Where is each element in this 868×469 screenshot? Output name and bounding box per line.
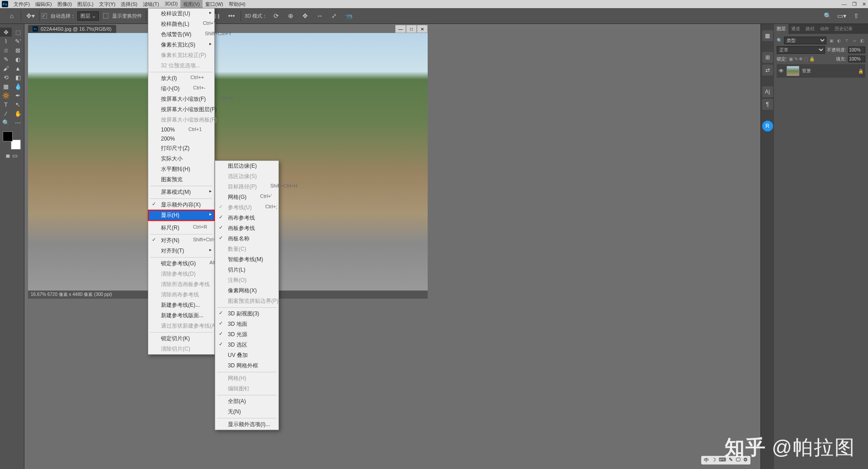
menu-item[interactable]: 画板参考线 (215, 223, 278, 234)
panel-tab-4[interactable]: 历史记录 (832, 24, 855, 34)
menu-item[interactable]: 放大(I)Ctrl++ (148, 73, 214, 84)
history-brush-tool[interactable]: ⟲ (0, 73, 12, 82)
ime-icon[interactable]: 中 (704, 457, 709, 464)
menu-item[interactable]: 打印尺寸(Z) (148, 143, 214, 154)
filter-pixel-icon[interactable]: ▣ (828, 38, 835, 44)
move-tool-icon[interactable]: ✥▾ (24, 9, 37, 22)
filter-shape-icon[interactable]: ▱ (851, 38, 858, 44)
eyedropper-tool[interactable]: ✎ (0, 55, 12, 64)
filter-smart-icon[interactable]: ◧ (859, 38, 865, 44)
menu-item[interactable]: 像素网格(X) (215, 286, 278, 296)
menu-item[interactable]: 无(N) (215, 407, 278, 417)
dodge-tool[interactable]: 🔆 (0, 91, 12, 100)
blend-mode-select[interactable]: 正常 (777, 46, 825, 54)
menu-item[interactable]: 3D 副视图(3) (215, 309, 278, 319)
layer-item[interactable]: 👁 背景 🔒 (777, 64, 865, 78)
menu-文件[interactable]: 文件(F) (11, 0, 33, 9)
properties-icon[interactable]: ⇄ (762, 65, 773, 75)
menu-item[interactable]: 3D 光源 (215, 329, 278, 340)
menu-item[interactable]: 图案预览 (148, 174, 214, 185)
menu-item[interactable]: 水平翻转(H) (148, 164, 214, 174)
menu-item[interactable]: 新建参考线版面... (148, 310, 214, 321)
doc-minimize-button[interactable]: — (395, 25, 406, 33)
menu-编辑[interactable]: 编辑(E) (33, 0, 55, 9)
edit-toolbar[interactable]: ⋯ (12, 118, 24, 127)
shape-tool[interactable]: ∕ (0, 109, 12, 118)
menu-item[interactable]: 像素长宽比(S) (148, 40, 214, 50)
close-button[interactable]: ✕ (862, 1, 866, 7)
menu-item[interactable]: 校样设置(U) (148, 9, 214, 19)
plugin-icon[interactable]: R (762, 121, 773, 131)
menu-item[interactable]: 3D 地面 (215, 319, 278, 329)
show-transform-checkbox[interactable] (103, 13, 108, 19)
more-icon[interactable]: ••• (225, 9, 238, 22)
menu-item[interactable]: 画布参考线 (215, 213, 278, 223)
adjustments-icon[interactable]: ⊞ (762, 52, 773, 63)
home-button[interactable]: ⌂ (5, 9, 18, 22)
menu-文字[interactable]: 文字(Y) (96, 0, 118, 9)
panel-tab-2[interactable]: 路径 (803, 24, 817, 34)
maximize-button[interactable]: ❐ (852, 1, 857, 7)
pen-tool[interactable]: ✒ (12, 91, 24, 100)
menu-图像[interactable]: 图像(I) (55, 0, 75, 9)
share-icon[interactable]: ⇧ (850, 9, 863, 22)
auto-select-target[interactable]: 图层 ⌄ (77, 11, 99, 21)
menu-item[interactable]: 对齐到(T) (148, 246, 214, 256)
3d-roll-icon[interactable]: ⊕ (284, 9, 297, 22)
quick-select-tool[interactable]: ✎' (12, 37, 24, 46)
3d-slide-icon[interactable]: ↔ (313, 9, 326, 22)
menu-item[interactable]: 显示(H) (148, 210, 214, 220)
color-swatches[interactable] (3, 131, 21, 150)
eraser-tool[interactable]: ◧ (12, 73, 24, 82)
auto-select-checkbox[interactable] (42, 13, 47, 19)
filter-adjust-icon[interactable]: ◐ (836, 38, 842, 44)
menu-item[interactable]: 切片(L) (215, 265, 278, 275)
3d-scale-icon[interactable]: ⤢ (328, 9, 340, 22)
opacity-input[interactable] (848, 47, 865, 53)
lock-icons[interactable]: ▣ ✎ ✥ ⬚ 🔒 (789, 56, 834, 61)
lasso-tool[interactable]: ⌇ (0, 37, 12, 46)
layer-filter-select[interactable]: 类型 (784, 37, 826, 44)
menu-item[interactable]: 显示额外选项(I)... (215, 419, 278, 430)
heal-tool[interactable]: ◐ (12, 55, 24, 64)
panel-tab-1[interactable]: 通道 (788, 24, 803, 34)
blur-tool[interactable]: 💧 (12, 82, 24, 91)
menu-item[interactable]: 标尺(R)Ctrl+R (148, 223, 214, 233)
menu-item[interactable]: 3D 选区 (215, 340, 278, 350)
menu-item[interactable]: 显示额外内容(X)Ctrl+H (148, 200, 214, 210)
panel-tab-0[interactable]: 图层 (774, 24, 788, 34)
menu-item[interactable]: 按屏幕大小缩放图层(F) (148, 104, 214, 115)
menu-选择[interactable]: 选择(S) (118, 0, 140, 9)
paragraph-icon[interactable]: ¶ (762, 99, 773, 110)
brush-tool[interactable]: 🖌 (0, 64, 12, 73)
lock-icon[interactable]: 🔒 (858, 69, 863, 74)
workspace-icon[interactable]: ▭▾ (835, 9, 848, 22)
menu-滤镜[interactable]: 滤镜(T) (140, 0, 162, 9)
quick-mask-icon[interactable]: ◙ (6, 152, 10, 159)
menu-item[interactable]: 全部(A) (215, 396, 278, 407)
menu-item[interactable]: 画板名称 (215, 234, 278, 244)
type-tool[interactable]: T (0, 100, 12, 109)
3d-orbit-icon[interactable]: ⟳ (270, 9, 283, 22)
menu-item[interactable]: 智能参考线(M) (215, 254, 278, 265)
menu-item[interactable]: 图层边缘(E) (215, 161, 278, 171)
gradient-tool[interactable]: ▦ (0, 82, 12, 91)
screen-mode-icon[interactable]: ▭ (12, 152, 18, 159)
menu-item[interactable]: 锁定参考线(G)Alt+Ctrl+; (148, 258, 214, 269)
menu-item[interactable]: 实际大小 (148, 154, 214, 164)
panel-tab-3[interactable]: 动作 (817, 24, 832, 34)
3d-camera-icon[interactable]: 📹 (342, 9, 355, 22)
path-tool[interactable]: ↖ (12, 100, 24, 109)
ime-icon[interactable]: ☽ (712, 457, 716, 464)
foreground-color[interactable] (3, 131, 13, 141)
menu-item[interactable]: 3D 网格外框 (215, 361, 278, 371)
menu-3d[interactable]: 3D(D) (162, 0, 180, 9)
menu-item[interactable]: UV 叠加 (215, 350, 278, 361)
menu-视图[interactable]: 视图(V) (180, 0, 203, 9)
menu-item[interactable]: 对齐(N)Shift+Ctrl+; (148, 235, 214, 246)
menu-item[interactable]: 按屏幕大小缩放(F)Ctrl+0 (148, 94, 214, 104)
menu-窗口[interactable]: 窗口(W) (203, 0, 226, 9)
menu-图层[interactable]: 图层(L) (75, 0, 96, 9)
filter-type-icon[interactable]: T (844, 38, 850, 44)
zoom-tool[interactable]: 🔍 (0, 118, 12, 127)
